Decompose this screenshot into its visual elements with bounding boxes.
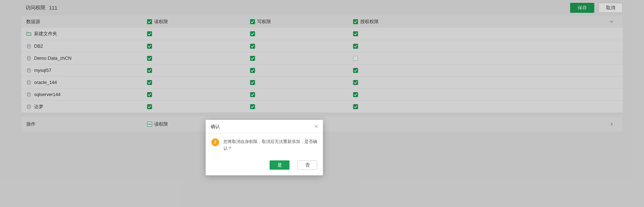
modal-overlay[interactable] [0, 0, 644, 207]
confirm-no-button[interactable]: 否 [297, 160, 317, 170]
close-icon[interactable]: × [315, 124, 318, 129]
modal-title: 确认 [211, 123, 220, 130]
confirm-modal: 确认 × i 您将取消自身权限，取消后无法重新添加，是否确认？ 是 否 [206, 120, 323, 175]
modal-message: 您将取消自身权限，取消后无法重新添加，是否确认？ [223, 138, 317, 152]
confirm-yes-button[interactable]: 是 [270, 160, 289, 170]
info-icon: i [211, 138, 219, 146]
